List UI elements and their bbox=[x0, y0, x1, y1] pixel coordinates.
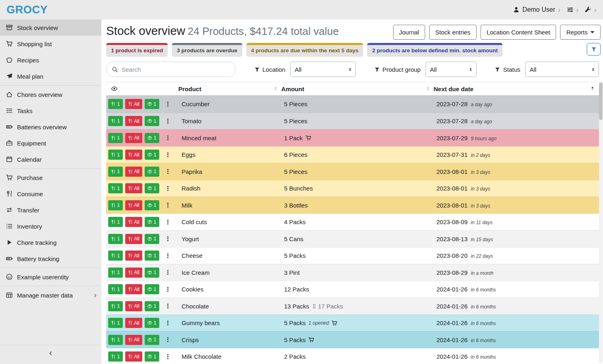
consume-all-button[interactable]: All bbox=[125, 217, 142, 227]
column-header-product[interactable]: Product ▲▼ bbox=[178, 86, 281, 92]
consume-one-button[interactable]: 1 bbox=[108, 167, 123, 177]
reports-button[interactable]: Reports bbox=[560, 25, 601, 40]
open-one-button[interactable]: 1 bbox=[145, 167, 159, 177]
consume-all-button[interactable]: All bbox=[125, 200, 142, 210]
sidebar-item-transfer[interactable]: Transfer bbox=[0, 202, 101, 218]
open-one-button[interactable]: 1 bbox=[145, 99, 159, 109]
open-one-button[interactable]: 1 bbox=[145, 150, 159, 160]
row-menu-icon[interactable]: ⋮ bbox=[163, 235, 173, 242]
open-one-button[interactable]: 1 bbox=[145, 183, 159, 193]
consume-one-button[interactable]: 1 bbox=[108, 318, 123, 328]
consume-one-button[interactable]: 1 bbox=[108, 268, 123, 278]
consume-all-button[interactable]: All bbox=[125, 133, 142, 143]
sidebar-item-inventory[interactable]: Inventory bbox=[0, 218, 101, 234]
status-pill-due-soon[interactable]: 4 products are due within the next 5 day… bbox=[246, 43, 364, 57]
app-logo[interactable]: GROCY bbox=[6, 4, 48, 16]
status-select[interactable]: All ▲▼ bbox=[525, 62, 599, 77]
consume-all-button[interactable]: All bbox=[125, 351, 142, 362]
sidebar-item-chores-overview[interactable]: Chores overview bbox=[0, 86, 101, 103]
consume-one-button[interactable]: 1 bbox=[108, 251, 123, 261]
consume-all-button[interactable]: All bbox=[125, 99, 142, 109]
open-one-button[interactable]: 1 bbox=[145, 268, 159, 278]
sidebar-item-consume[interactable]: Consume bbox=[0, 186, 101, 202]
consume-all-button[interactable]: All bbox=[125, 116, 142, 126]
consume-all-button[interactable]: All bbox=[125, 268, 142, 278]
column-header-due-date[interactable]: Next due date ▲▼ bbox=[434, 86, 601, 92]
row-menu-icon[interactable]: ⋮ bbox=[163, 353, 173, 360]
row-menu-icon[interactable]: ⋮ bbox=[163, 134, 173, 141]
search-input[interactable] bbox=[122, 66, 230, 73]
consume-all-button[interactable]: All bbox=[125, 284, 142, 294]
collapse-sidebar-icon[interactable]: ‹ bbox=[49, 348, 52, 358]
open-one-button[interactable]: 1 bbox=[145, 234, 159, 244]
row-menu-icon[interactable]: ⋮ bbox=[163, 302, 173, 310]
stock-entries-button[interactable]: Stock entries bbox=[429, 25, 477, 40]
consume-one-button[interactable]: 1 bbox=[108, 234, 123, 244]
product-group-select[interactable]: All ▲▼ bbox=[426, 62, 477, 77]
open-one-button[interactable]: 1 bbox=[145, 301, 159, 311]
consume-all-button[interactable]: All bbox=[125, 251, 142, 261]
admin-menu[interactable]: › bbox=[585, 6, 597, 13]
open-one-button[interactable]: 1 bbox=[145, 351, 159, 362]
consume-one-button[interactable]: 1 bbox=[108, 183, 123, 193]
row-menu-icon[interactable]: ⋮ bbox=[163, 185, 173, 192]
clear-filters-button[interactable] bbox=[587, 43, 601, 56]
scrollbar-thumb[interactable] bbox=[599, 83, 603, 120]
open-one-button[interactable]: 1 bbox=[145, 217, 159, 227]
open-one-button[interactable]: 1 bbox=[145, 200, 159, 210]
consume-one-button[interactable]: 1 bbox=[108, 301, 123, 311]
consume-all-button[interactable]: All bbox=[125, 301, 142, 311]
eye-icon[interactable] bbox=[111, 86, 118, 92]
sidebar-item-manage-master-data[interactable]: Manage master data› bbox=[0, 287, 101, 303]
open-one-button[interactable]: 1 bbox=[145, 116, 159, 126]
status-pill-below-min[interactable]: 2 products are below defined min. stock … bbox=[367, 43, 502, 57]
consume-one-button[interactable]: 1 bbox=[108, 284, 123, 294]
consume-all-button[interactable]: All bbox=[125, 167, 142, 177]
row-menu-icon[interactable]: ⋮ bbox=[163, 201, 173, 209]
settings-menu[interactable]: › bbox=[567, 6, 579, 13]
consume-one-button[interactable]: 1 bbox=[108, 133, 123, 143]
open-one-button[interactable]: 1 bbox=[145, 335, 159, 345]
consume-one-button[interactable]: 1 bbox=[108, 335, 123, 345]
row-menu-icon[interactable]: ⋮ bbox=[163, 286, 173, 293]
open-one-button[interactable]: 1 bbox=[145, 251, 159, 261]
consume-all-button[interactable]: All bbox=[125, 150, 142, 160]
row-menu-icon[interactable]: ⋮ bbox=[163, 252, 173, 259]
consume-one-button[interactable]: 1 bbox=[108, 150, 123, 160]
row-menu-icon[interactable]: ⋮ bbox=[163, 319, 173, 327]
open-one-button[interactable]: 1 bbox=[145, 284, 159, 294]
open-one-button[interactable]: 1 bbox=[145, 318, 159, 328]
open-one-button[interactable]: 1 bbox=[145, 133, 159, 143]
user-menu[interactable]: Demo User › bbox=[513, 6, 560, 13]
consume-one-button[interactable]: 1 bbox=[108, 116, 123, 126]
sidebar-item-battery-tracking[interactable]: Battery tracking bbox=[0, 251, 101, 267]
row-menu-icon[interactable]: ⋮ bbox=[163, 336, 173, 343]
consume-one-button[interactable]: 1 bbox=[108, 217, 123, 227]
row-menu-icon[interactable]: ⋮ bbox=[163, 218, 173, 226]
consume-all-button[interactable]: All bbox=[125, 335, 142, 345]
sidebar-item-example-userentity[interactable]: Example userentity bbox=[0, 269, 101, 285]
status-pill-overdue[interactable]: 3 products are overdue bbox=[172, 43, 242, 57]
sidebar-item-purchase[interactable]: Purchase bbox=[0, 169, 101, 186]
consume-all-button[interactable]: All bbox=[125, 183, 142, 193]
status-pill-expired[interactable]: 1 product is expired bbox=[106, 43, 168, 57]
location-select[interactable]: All ▲▼ bbox=[290, 62, 356, 77]
sidebar-item-shopping-list[interactable]: Shopping list bbox=[0, 36, 101, 52]
consume-all-button[interactable]: All bbox=[125, 318, 142, 328]
sidebar-item-meal-plan[interactable]: Meal plan bbox=[0, 68, 101, 84]
sidebar-item-equipment[interactable]: Equipment bbox=[0, 135, 101, 151]
location-content-sheet-button[interactable]: Location Content Sheet bbox=[481, 25, 556, 40]
journal-button[interactable]: Journal bbox=[393, 25, 425, 40]
sidebar-item-calendar[interactable]: Calendar bbox=[0, 151, 101, 167]
sidebar-item-batteries-overview[interactable]: Batteries overview bbox=[0, 119, 101, 135]
consume-one-button[interactable]: 1 bbox=[108, 351, 123, 362]
row-menu-icon[interactable]: ⋮ bbox=[163, 118, 173, 125]
row-menu-icon[interactable]: ⋮ bbox=[163, 269, 173, 276]
row-menu-icon[interactable]: ⋮ bbox=[163, 151, 173, 158]
sidebar-item-tasks[interactable]: Tasks bbox=[0, 103, 101, 119]
column-header-amount[interactable]: Amount ▲▼ bbox=[281, 86, 434, 92]
sidebar-item-chore-tracking[interactable]: Chore tracking bbox=[0, 234, 101, 251]
row-menu-icon[interactable]: ⋮ bbox=[163, 101, 173, 108]
consume-all-button[interactable]: All bbox=[125, 234, 142, 244]
consume-one-button[interactable]: 1 bbox=[108, 200, 123, 210]
